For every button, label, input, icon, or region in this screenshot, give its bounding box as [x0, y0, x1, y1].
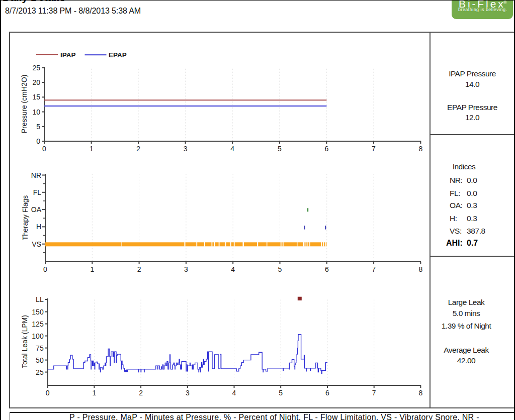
- svg-text:10: 10: [32, 108, 40, 116]
- svg-text:8: 8: [419, 145, 423, 153]
- svg-text:IPAP: IPAP: [60, 51, 76, 59]
- svg-text:FL: FL: [33, 188, 42, 196]
- svg-text:6: 6: [324, 145, 328, 153]
- svg-text:VS: VS: [32, 240, 41, 248]
- svg-text:100: 100: [32, 332, 44, 340]
- svg-text:4: 4: [232, 389, 236, 397]
- svg-text:5: 5: [278, 145, 282, 153]
- svg-text:LL: LL: [36, 295, 44, 303]
- svg-text:125: 125: [32, 320, 44, 328]
- svg-text:75: 75: [36, 344, 44, 352]
- svg-text:NR: NR: [31, 171, 41, 179]
- svg-text:3: 3: [186, 389, 190, 397]
- svg-text:0: 0: [46, 389, 50, 397]
- svg-text:5: 5: [36, 123, 40, 131]
- svg-text:7: 7: [372, 265, 376, 273]
- svg-text:Therapy Flags: Therapy Flags: [21, 195, 29, 240]
- svg-text:1: 1: [90, 265, 94, 273]
- svg-text:Total Leak (LPM): Total Leak (LPM): [21, 315, 29, 368]
- svg-text:2: 2: [136, 145, 140, 153]
- svg-text:1: 1: [90, 145, 94, 153]
- svg-text:5: 5: [278, 265, 282, 273]
- svg-text:6: 6: [325, 389, 329, 397]
- svg-text:3: 3: [184, 265, 188, 273]
- svg-text:0: 0: [42, 145, 46, 153]
- svg-text:8: 8: [419, 265, 423, 273]
- svg-text:8: 8: [419, 389, 423, 397]
- svg-text:50: 50: [36, 356, 44, 364]
- svg-text:Pressure (cmH2O): Pressure (cmH2O): [20, 75, 28, 134]
- svg-text:20: 20: [32, 78, 40, 86]
- svg-text:H: H: [36, 223, 41, 231]
- svg-text:OA: OA: [31, 205, 42, 214]
- svg-text:4: 4: [230, 145, 234, 153]
- svg-text:1: 1: [93, 389, 97, 397]
- svg-text:2: 2: [139, 389, 143, 397]
- svg-text:25: 25: [36, 368, 44, 376]
- svg-text:4: 4: [231, 265, 235, 273]
- svg-text:25: 25: [32, 64, 40, 72]
- svg-text:5: 5: [279, 389, 283, 397]
- svg-text:6: 6: [325, 265, 329, 273]
- svg-text:0: 0: [36, 137, 40, 145]
- svg-text:3: 3: [184, 145, 188, 153]
- svg-text:15: 15: [32, 93, 40, 101]
- svg-text:7: 7: [372, 389, 376, 397]
- svg-text:7: 7: [372, 145, 376, 153]
- svg-text:EPAP: EPAP: [109, 51, 127, 59]
- svg-text:0: 0: [43, 265, 47, 273]
- svg-text:150: 150: [32, 308, 44, 316]
- svg-text:2: 2: [137, 265, 141, 273]
